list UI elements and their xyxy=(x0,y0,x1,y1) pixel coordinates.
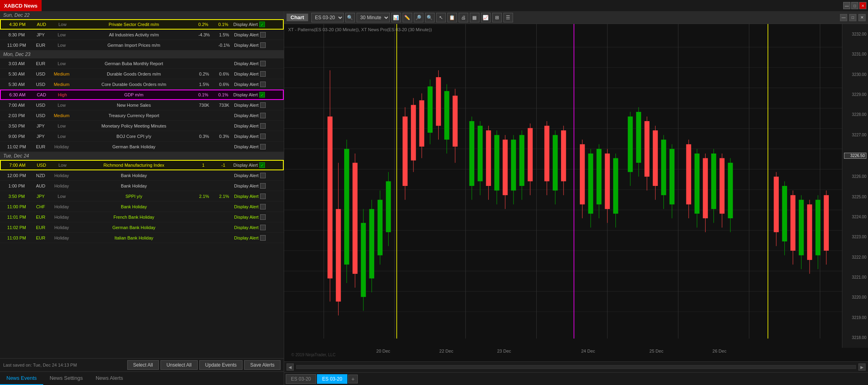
alert-checkbox[interactable] xyxy=(260,32,266,38)
select-all-button[interactable]: Select All xyxy=(127,360,159,370)
draw-icon[interactable]: ✏️ xyxy=(403,13,412,22)
news-row[interactable]: 7:00 AM USD Low Richmond Manufacturing I… xyxy=(0,160,284,170)
row-alert[interactable]: Display Alert xyxy=(234,134,282,139)
cursor-icon[interactable]: ↖ xyxy=(436,13,446,22)
news-row[interactable]: 11:03 PM EUR Holiday Italian Bank Holida… xyxy=(0,233,284,243)
news-row[interactable]: 1:00 PM AUD Holiday Bank Holiday Display… xyxy=(0,181,284,191)
news-row[interactable]: 3:50 PM JPY Low Monetary Policy Meeting … xyxy=(0,121,284,131)
row-alert[interactable]: Display Alert xyxy=(233,22,281,27)
save-alerts-button[interactable]: Save Alerts xyxy=(244,360,281,370)
unselect-all-button[interactable]: Unselect All xyxy=(160,360,198,370)
alert-checkbox[interactable] xyxy=(260,144,266,150)
row-alert[interactable]: Display Alert xyxy=(234,113,282,118)
row-alert[interactable]: Display Alert xyxy=(234,61,282,66)
row-alert[interactable]: Display Alert xyxy=(234,32,282,38)
alert-checkbox[interactable] xyxy=(259,162,265,168)
news-row[interactable]: 8:30 PM JPY Low All Industries Activity … xyxy=(0,30,284,40)
alert-checkbox[interactable] xyxy=(260,113,266,118)
instrument-select[interactable]: ES 03-20 xyxy=(311,13,344,22)
row-alert[interactable]: Display Alert xyxy=(233,162,281,168)
news-row[interactable]: 11:00 PM CHF Holiday Bank Holiday Displa… xyxy=(0,201,284,212)
alert-checkbox[interactable] xyxy=(260,225,266,230)
alert-checkbox[interactable] xyxy=(259,92,265,98)
minimize-button[interactable]: — xyxy=(843,2,850,9)
print-icon[interactable]: 🖨 xyxy=(459,13,468,22)
news-row[interactable]: 3:50 PM JPY Low SPPI y/y 2.1% 2.1% Displ… xyxy=(0,191,284,201)
chart-type-icon[interactable]: 📊 xyxy=(391,13,401,22)
row-alert[interactable]: Display Alert xyxy=(234,42,282,48)
news-row[interactable]: 11:00 PM EUR Low German Import Prices m/… xyxy=(0,40,284,50)
alert-checkbox[interactable] xyxy=(260,134,266,139)
news-row[interactable]: 6:30 AM CAD High GDP m/m 0.1% 0.1% Displ… xyxy=(0,90,284,100)
alert-checkbox[interactable] xyxy=(260,71,266,77)
row-alert[interactable]: Display Alert xyxy=(233,92,281,98)
bar-icon[interactable]: ▦ xyxy=(470,13,479,22)
row-alert[interactable]: Display Alert xyxy=(234,144,282,150)
alert-checkbox[interactable] xyxy=(260,42,266,48)
row-name: Treasury Currency Report xyxy=(74,113,194,118)
news-row[interactable]: 5:30 AM USD Medium Core Durable Goods Or… xyxy=(0,79,284,90)
chart-scrollbar[interactable] xyxy=(296,365,856,369)
search-icon-btn[interactable]: 🔍 xyxy=(345,13,355,22)
row-alert[interactable]: Display Alert xyxy=(234,235,282,241)
alert-checkbox[interactable] xyxy=(260,102,266,108)
chart-corner-min[interactable]: — xyxy=(840,14,847,21)
alert-checkbox[interactable] xyxy=(260,183,266,189)
signal-icon[interactable]: 📈 xyxy=(481,13,491,22)
alert-checkbox[interactable] xyxy=(260,173,266,178)
row-alert[interactable]: Display Alert xyxy=(234,225,282,230)
row-alert[interactable]: Display Alert xyxy=(234,102,282,108)
svg-rect-118 xyxy=(799,200,804,255)
alert-checkbox[interactable] xyxy=(260,214,266,220)
alert-checkbox[interactable] xyxy=(260,61,266,66)
news-row[interactable]: 11:01 PM EUR Holiday French Bank Holiday… xyxy=(0,212,284,222)
alert-checkbox[interactable] xyxy=(260,123,266,129)
chart-area[interactable]: XT - Patterns(ES 03-20 (30 Minute)), XT … xyxy=(284,24,868,348)
alert-checkbox[interactable] xyxy=(260,82,266,87)
tab-news-alerts[interactable]: News Alerts xyxy=(89,372,130,385)
timeframe-select[interactable]: 30 Minute xyxy=(357,13,390,22)
row-alert[interactable]: Display Alert xyxy=(234,193,282,199)
tab-news-events[interactable]: News Events xyxy=(0,372,43,385)
tab-news-settings[interactable]: News Settings xyxy=(43,372,89,385)
alert-checkbox[interactable] xyxy=(259,22,265,27)
svg-rect-28 xyxy=(336,209,341,301)
news-row[interactable]: 11:02 PM EUR Holiday German Bank Holiday… xyxy=(0,142,284,152)
news-table-container[interactable]: Sun, Dec 22 4:30 PM AUD Low Private Sect… xyxy=(0,11,284,358)
svg-rect-88 xyxy=(628,116,633,172)
chart-tab-add-btn[interactable]: + xyxy=(348,375,358,383)
maximize-button[interactable]: □ xyxy=(851,2,858,9)
chart-corner-max[interactable]: □ xyxy=(849,14,856,21)
chart-tab-1[interactable]: ES 03-20 xyxy=(286,374,316,384)
alert-checkbox[interactable] xyxy=(260,204,266,209)
alert-checkbox[interactable] xyxy=(260,193,266,199)
alert-checkbox[interactable] xyxy=(260,235,266,241)
row-alert[interactable]: Display Alert xyxy=(234,82,282,87)
zoom-out-icon[interactable]: 🔍 xyxy=(425,13,435,22)
row-alert[interactable]: Display Alert xyxy=(234,71,282,77)
scroll-left-btn[interactable]: ◀ xyxy=(287,363,294,371)
news-row[interactable]: 11:02 PM EUR Holiday German Bank Holiday… xyxy=(0,222,284,233)
row-alert[interactable]: Display Alert xyxy=(234,183,282,189)
row-alert[interactable]: Display Alert xyxy=(234,173,282,178)
news-row[interactable]: 5:30 AM USD Medium Durable Goods Orders … xyxy=(0,69,284,79)
news-row[interactable]: 7:00 AM USD Low New Home Sales 730K 733K… xyxy=(0,100,284,110)
list-icon[interactable]: ☰ xyxy=(503,13,513,22)
row-alert[interactable]: Display Alert xyxy=(234,123,282,129)
chart-tab-2[interactable]: ES 03-20 xyxy=(317,374,347,384)
news-row[interactable]: 9:00 PM JPY Low BOJ Core CPI y/y 0.3% 0.… xyxy=(0,131,284,142)
news-row[interactable]: 12:00 PM NZD Holiday Bank Holiday Displa… xyxy=(0,170,284,181)
update-events-button[interactable]: Update Events xyxy=(199,360,243,370)
scroll-right-btn[interactable]: ▶ xyxy=(858,363,866,371)
row-alert[interactable]: Display Alert xyxy=(234,204,282,209)
chart-corner-close[interactable]: ✕ xyxy=(858,14,866,21)
grid-icon[interactable]: ⊞ xyxy=(492,13,502,22)
news-row[interactable]: 3:03 AM EUR Low German Buba Monthly Repo… xyxy=(0,58,284,69)
row-currency: EUR xyxy=(32,144,50,149)
news-row[interactable]: 4:30 PM AUD Low Private Sector Credit m/… xyxy=(0,19,284,30)
news-row[interactable]: 2:03 PM USD Medium Treasury Currency Rep… xyxy=(0,110,284,121)
close-button[interactable]: ✕ xyxy=(859,2,866,9)
row-alert[interactable]: Display Alert xyxy=(234,214,282,220)
zoom-in-icon[interactable]: 🔎 xyxy=(414,13,423,22)
data-icon[interactable]: 📋 xyxy=(447,13,457,22)
